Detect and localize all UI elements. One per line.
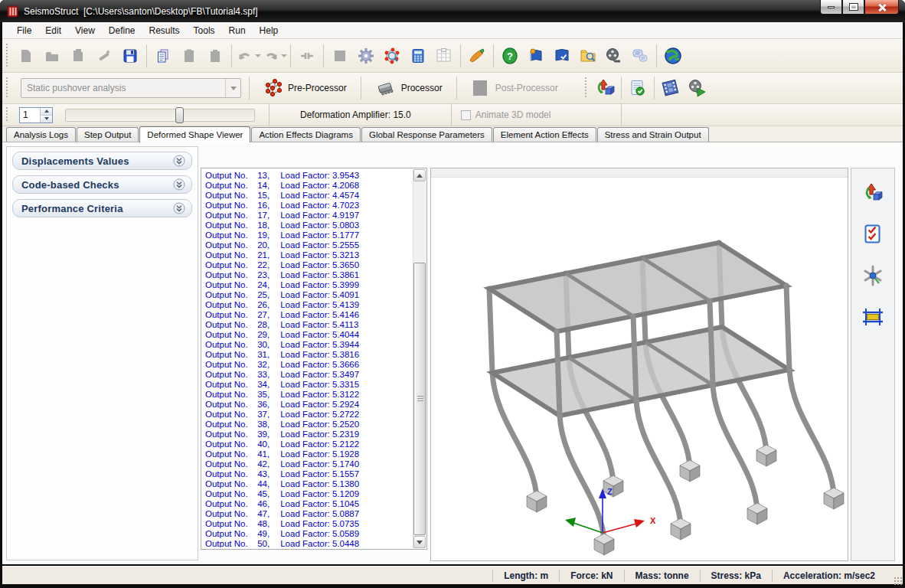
list-item[interactable]: Output No.18, Load Factor: 5.0803 — [203, 220, 412, 230]
file-search-button[interactable] — [575, 43, 601, 69]
redo-button[interactable] — [261, 43, 287, 69]
list-item[interactable]: Output No.37, Load Factor: 5.2722 — [203, 409, 412, 419]
list-item[interactable]: Output No.24, Load Factor: 5.3999 — [203, 279, 412, 289]
list-item[interactable]: Output No.20, Load Factor: 5.2555 — [203, 240, 412, 250]
video-reel-button[interactable] — [601, 43, 627, 69]
list-item[interactable]: Output No.19, Load Factor: 5.1777 — [203, 230, 412, 240]
menu-item[interactable]: Edit — [38, 23, 68, 38]
disconnect-button[interactable] — [294, 43, 320, 69]
tab[interactable]: Stress and Strain Output — [597, 127, 709, 142]
menu-item[interactable]: Define — [102, 23, 142, 38]
wizard-button[interactable] — [91, 43, 117, 69]
list-item[interactable]: Output No.43, Load Factor: 5.1557 — [203, 469, 412, 479]
list-item[interactable]: Output No.13, Load Factor: 3.9543 — [203, 170, 412, 180]
list-item[interactable]: Output No.45, Load Factor: 5.1209 — [203, 488, 412, 498]
dropdown-button[interactable] — [225, 79, 240, 97]
list-item[interactable]: Output No.17, Load Factor: 4.9197 — [203, 210, 412, 220]
list-item[interactable]: Output No.44, Load Factor: 5.1380 — [203, 479, 412, 488]
list-item[interactable]: Output No.32, Load Factor: 5.3666 — [203, 359, 412, 369]
tab[interactable]: Analysis Logs — [6, 127, 76, 142]
menu-item[interactable]: View — [68, 23, 102, 38]
list-item[interactable]: Output No.28, Load Factor: 5.4113 — [203, 319, 412, 329]
new-file-button[interactable] — [13, 43, 39, 69]
output-steps-list[interactable]: Output No.13, Load Factor: 3.9543 Output… — [201, 168, 427, 550]
save-button[interactable] — [117, 43, 143, 69]
expand-chevrons-icon[interactable] — [173, 155, 185, 167]
feedback-button[interactable] — [627, 43, 653, 69]
analysis-type-dropdown[interactable]: Static pushover analysis — [21, 78, 241, 98]
step-spinner[interactable]: 1 — [19, 107, 53, 123]
list-item[interactable]: Output No.23, Load Factor: 5.3861 — [203, 270, 412, 279]
menu-item[interactable]: Help — [253, 23, 286, 38]
copy-button[interactable] — [150, 43, 176, 69]
scrollbar-thumb[interactable] — [413, 263, 426, 535]
list-item[interactable]: Output No.38, Load Factor: 5.2520 — [203, 419, 412, 429]
list-item[interactable]: Output No.14, Load Factor: 4.2068 — [203, 180, 412, 190]
open-file-button[interactable] — [39, 43, 65, 69]
slider-thumb[interactable] — [175, 107, 184, 123]
settings-button[interactable] — [353, 43, 379, 69]
spinner-up-button[interactable] — [41, 108, 52, 116]
deformed-shape-button[interactable] — [592, 75, 618, 101]
sidebar-section-header[interactable]: Displacements Values — [12, 152, 192, 170]
tab[interactable]: Deformed Shape Viewer — [139, 126, 250, 142]
model-inspect-button[interactable] — [379, 43, 405, 69]
pre-processor-button[interactable]: Pre-Processor — [257, 75, 353, 101]
list-item[interactable]: Output No.35, Load Factor: 5.3122 — [203, 389, 412, 399]
scroll-down-button[interactable] — [413, 536, 426, 548]
sidebar-section-header[interactable]: Performance Criteria — [12, 199, 192, 217]
list-item[interactable]: Output No.30, Load Factor: 5.3944 — [203, 339, 412, 349]
list-item[interactable]: Output No.21, Load Factor: 5.3213 — [203, 250, 412, 260]
list-item[interactable]: Output No.36, Load Factor: 5.2924 — [203, 399, 412, 409]
list-item[interactable]: Output No.26, Load Factor: 5.4139 — [203, 299, 412, 309]
globe-button[interactable] — [660, 43, 686, 69]
close-button[interactable] — [864, 0, 899, 15]
step-slider[interactable] — [65, 109, 255, 122]
movie-play-button[interactable] — [684, 75, 710, 101]
import-button[interactable] — [65, 43, 91, 69]
list-item[interactable]: Output No.29, Load Factor: 5.4044 — [203, 329, 412, 339]
paste-button[interactable] — [176, 43, 202, 69]
minimize-button[interactable] — [820, 0, 842, 15]
list-item[interactable]: Output No.25, Load Factor: 5.4091 — [203, 289, 412, 299]
list-item[interactable]: Output No.39, Load Factor: 5.2319 — [203, 429, 412, 439]
sidebar-section-header[interactable]: Code-based Checks — [12, 175, 192, 194]
list-item[interactable]: Output No.46, Load Factor: 5.1045 — [203, 498, 412, 508]
spinner-down-button[interactable] — [41, 116, 52, 122]
calculator-button[interactable] — [405, 43, 431, 69]
resize-grip[interactable] — [894, 577, 903, 586]
list-item[interactable]: Output No.31, Load Factor: 5.3816 — [203, 349, 412, 359]
scroll-up-button[interactable] — [413, 169, 426, 181]
list-item[interactable]: Output No.40, Load Factor: 5.2122 — [203, 439, 412, 449]
list-item[interactable]: Output No.50, Load Factor: 5.0448 — [203, 538, 412, 547]
expand-chevrons-icon[interactable] — [173, 178, 185, 191]
animate-3d-checkbox[interactable] — [461, 110, 471, 120]
list-scrollbar[interactable] — [413, 169, 426, 548]
titlebar[interactable]: SeismoStruct [C:\Users\santon\Desktop\FB… — [0, 0, 905, 22]
list-item[interactable]: Output No.27, Load Factor: 5.4146 — [203, 309, 412, 319]
list-item[interactable]: Output No.41, Load Factor: 5.1928 — [203, 449, 412, 459]
filmstrip-button[interactable] — [658, 75, 684, 101]
list-item[interactable]: Output No.22, Load Factor: 5.3650 — [203, 260, 412, 270]
node-axes-button[interactable] — [859, 262, 887, 289]
model-3d-viewport[interactable]: Z X — [430, 168, 848, 561]
tab[interactable]: Global Response Parameters — [361, 127, 492, 142]
report-check-button[interactable] — [625, 75, 651, 101]
list-item[interactable]: Output No.42, Load Factor: 5.1740 — [203, 459, 412, 469]
undo-button[interactable] — [235, 43, 261, 69]
tab[interactable]: Step Output — [77, 127, 139, 142]
tab[interactable]: Element Action Effects — [493, 127, 596, 142]
paintbrush-button[interactable] — [464, 43, 490, 69]
verify-button[interactable] — [549, 43, 575, 69]
stop-button[interactable] — [327, 43, 353, 69]
menu-item[interactable]: Results — [142, 23, 187, 38]
list-item[interactable]: Output No.47, Load Factor: 5.0887 — [203, 508, 412, 518]
list-item[interactable]: Output No.16, Load Factor: 4.7023 — [203, 200, 412, 210]
list-item[interactable]: Output No.34, Load Factor: 5.3315 — [203, 379, 412, 389]
deformed-shape-button[interactable] — [859, 179, 887, 207]
tab[interactable]: Action Effects Diagrams — [251, 127, 361, 142]
help-button[interactable]: ? — [497, 43, 523, 69]
menu-item[interactable]: File — [10, 23, 38, 38]
post-processor-button[interactable]: Post-Processor — [465, 75, 564, 101]
tutorial-button[interactable] — [523, 43, 549, 69]
